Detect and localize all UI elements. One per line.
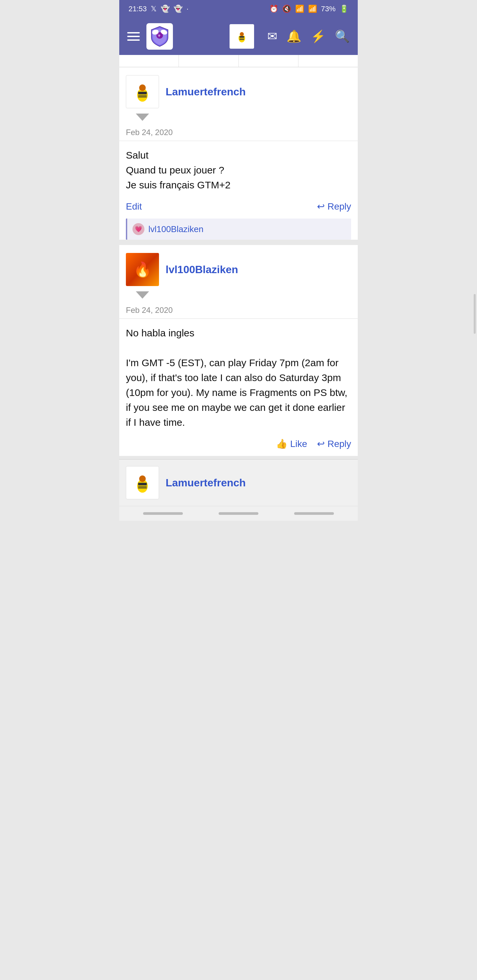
search-icon[interactable]: 🔍 <box>335 29 350 43</box>
svg-point-16 <box>139 84 146 91</box>
next-post-preview: Lamuertefrench <box>119 459 358 506</box>
post-body-2: No habla ingles I'm GMT -5 (EST), can pl… <box>119 319 358 435</box>
post-lamuertefrench: Lamuertefrench Feb 24, 2020 Salut Quand … <box>119 67 358 240</box>
post-line-3: Je suis français GTM+2 <box>126 177 351 192</box>
tab-2[interactable] <box>179 55 238 67</box>
svg-text:⚜: ⚜ <box>157 33 161 38</box>
reply-button-1[interactable]: ↩ Reply <box>317 201 351 212</box>
nav-dot-3 <box>294 512 334 515</box>
post-date-1: Feb 24, 2020 <box>126 128 172 137</box>
tabs-strip <box>119 55 358 67</box>
next-post-username[interactable]: Lamuertefrench <box>166 477 246 489</box>
svg-rect-7 <box>239 38 244 40</box>
hamburger-menu[interactable] <box>127 32 140 41</box>
post-actions-2: 👍 Like ↩ Reply <box>119 435 358 456</box>
reply-label-1: Reply <box>327 201 351 212</box>
status-bar: 21:53 𝕏 👻 👻 · ⏰ 🔇 📶 📶 73% 🔋 <box>119 0 358 18</box>
avatar-lamuertefrench <box>126 75 159 108</box>
tab-4[interactable] <box>298 55 358 67</box>
avatar-blaziken: 🔥 <box>126 253 159 286</box>
post-header-2: 🔥 lvl100Blaziken <box>119 245 358 291</box>
snapchat-icon: 👻 <box>161 5 170 13</box>
post-body-line2: I'm GMT -5 (EST), can play Friday 7pm (2… <box>126 355 351 430</box>
svg-rect-18 <box>138 483 147 485</box>
quote-block-1: 💗 lvl100Blaziken <box>126 218 351 240</box>
bubble-pointer-1 <box>136 114 149 121</box>
signal-icon: 📶 <box>308 5 317 13</box>
reply-icon-2: ↩ <box>317 438 325 449</box>
alarm-icon: ⏰ <box>269 5 278 13</box>
nav-bar: ⚜ ✉ 🔔 ⚡ 🔍 <box>119 18 358 55</box>
svg-rect-19 <box>138 486 147 489</box>
quote-user-icon: 💗 <box>132 223 144 235</box>
nav-dot-1 <box>143 512 183 515</box>
post-actions-1: Edit ↩ Reply <box>119 198 358 218</box>
dot-icon: · <box>187 5 188 13</box>
username-blaziken[interactable]: lvl100Blaziken <box>166 264 238 276</box>
status-left: 21:53 𝕏 👻 👻 · <box>129 5 188 13</box>
avatar-lamuertefrench-2 <box>126 466 159 499</box>
like-button[interactable]: 👍 Like <box>276 438 307 449</box>
quoted-username[interactable]: lvl100Blaziken <box>148 224 203 234</box>
post-body-1: Salut Quand tu peux jouer ? Je suis fran… <box>119 141 358 198</box>
post-body-line1: No habla ingles <box>126 325 351 340</box>
battery-icon: 🔋 <box>340 5 348 13</box>
center-nav-icon[interactable] <box>230 24 254 49</box>
post-meta-2: Feb 24, 2020 <box>119 299 358 319</box>
bubble-pointer-2 <box>136 291 149 299</box>
post-date-2: Feb 24, 2020 <box>126 305 172 315</box>
reply-label-2: Reply <box>327 439 351 449</box>
reply-button-2[interactable]: ↩ Reply <box>317 438 351 449</box>
status-time: 21:53 <box>129 5 147 13</box>
post-meta-1: Feb 24, 2020 <box>119 121 358 141</box>
status-right: ⏰ 🔇 📶 📶 73% 🔋 <box>269 5 348 13</box>
username-lamuertefrench[interactable]: Lamuertefrench <box>166 86 246 98</box>
twitter-icon: 𝕏 <box>151 5 157 13</box>
lightning-icon[interactable]: ⚡ <box>311 29 325 43</box>
svg-point-22 <box>139 476 146 482</box>
tab-3[interactable] <box>239 55 298 67</box>
bottom-nav <box>119 506 358 521</box>
post-line-2: Quand tu peux jouer ? <box>126 162 351 177</box>
nav-icons: ✉ 🔔 ⚡ 🔍 <box>267 29 350 43</box>
wifi-icon: 📶 <box>295 5 304 13</box>
mute-icon: 🔇 <box>282 5 291 13</box>
post-blaziken: 🔥 lvl100Blaziken Feb 24, 2020 No habla i… <box>119 245 358 456</box>
mail-icon[interactable]: ✉ <box>267 29 277 43</box>
like-label: Like <box>290 439 307 449</box>
svg-rect-6 <box>239 36 244 38</box>
post-header-1: Lamuertefrench <box>119 67 358 114</box>
tab-1[interactable] <box>119 55 179 67</box>
bell-icon[interactable]: 🔔 <box>287 29 302 43</box>
reply-icon-1: ↩ <box>317 201 325 212</box>
logo-svg: ⚜ <box>148 25 171 48</box>
ghost-icon: 👻 <box>174 5 182 13</box>
svg-rect-12 <box>138 92 147 94</box>
edit-button[interactable]: Edit <box>126 201 142 212</box>
post-line-1: Salut <box>126 148 351 162</box>
battery-text: 73% <box>321 5 335 13</box>
bee-icon <box>233 28 250 45</box>
site-logo[interactable]: ⚜ <box>147 23 173 50</box>
svg-point-10 <box>240 32 244 36</box>
nav-dot-2 <box>219 512 258 515</box>
actions-right: 👍 Like ↩ Reply <box>276 438 351 449</box>
svg-rect-13 <box>138 95 147 98</box>
like-icon: 👍 <box>276 438 287 449</box>
